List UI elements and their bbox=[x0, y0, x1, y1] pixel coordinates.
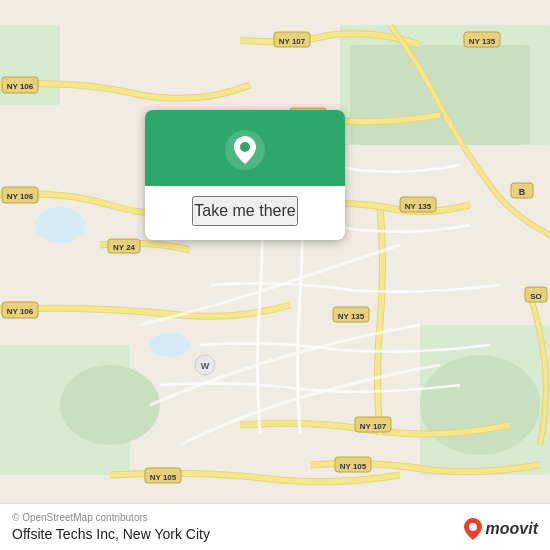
svg-text:NY 107: NY 107 bbox=[279, 37, 306, 46]
svg-text:SO: SO bbox=[530, 292, 542, 301]
svg-text:NY 105: NY 105 bbox=[340, 462, 367, 471]
attribution-text: © OpenStreetMap contributors bbox=[12, 512, 538, 523]
svg-text:NY 105: NY 105 bbox=[150, 473, 177, 482]
svg-text:NY 107: NY 107 bbox=[360, 422, 387, 431]
svg-point-41 bbox=[240, 142, 250, 152]
svg-text:NY 135: NY 135 bbox=[338, 312, 365, 321]
svg-point-6 bbox=[420, 355, 540, 455]
location-title: Offsite Techs Inc, New York City bbox=[12, 526, 538, 542]
svg-text:W: W bbox=[201, 361, 210, 371]
svg-text:NY 24: NY 24 bbox=[113, 243, 136, 252]
svg-text:NY 106: NY 106 bbox=[7, 307, 34, 316]
moovit-logo: moovit bbox=[464, 518, 538, 540]
bottom-bar: © OpenStreetMap contributors Offsite Tec… bbox=[0, 503, 550, 550]
popup-card: Take me there bbox=[145, 110, 345, 240]
svg-point-42 bbox=[469, 523, 477, 531]
location-pin-icon bbox=[223, 128, 267, 172]
take-me-there-button[interactable]: Take me there bbox=[192, 196, 297, 226]
svg-text:B: B bbox=[519, 187, 526, 197]
svg-point-9 bbox=[150, 333, 190, 357]
svg-text:NY 106: NY 106 bbox=[7, 82, 34, 91]
svg-text:NY 106: NY 106 bbox=[7, 192, 34, 201]
map-svg: NY 106 NY 106 NY 106 NY 24 NY 107 NY 107… bbox=[0, 0, 550, 550]
svg-text:NY 135: NY 135 bbox=[469, 37, 496, 46]
svg-point-5 bbox=[60, 365, 160, 445]
map-container: NY 106 NY 106 NY 106 NY 24 NY 107 NY 107… bbox=[0, 0, 550, 550]
svg-point-8 bbox=[35, 207, 85, 243]
svg-text:NY 135: NY 135 bbox=[405, 202, 432, 211]
svg-rect-7 bbox=[350, 45, 530, 145]
popup-card-header bbox=[145, 110, 345, 186]
moovit-pin-icon bbox=[464, 518, 482, 540]
moovit-logo-text: moovit bbox=[486, 520, 538, 538]
